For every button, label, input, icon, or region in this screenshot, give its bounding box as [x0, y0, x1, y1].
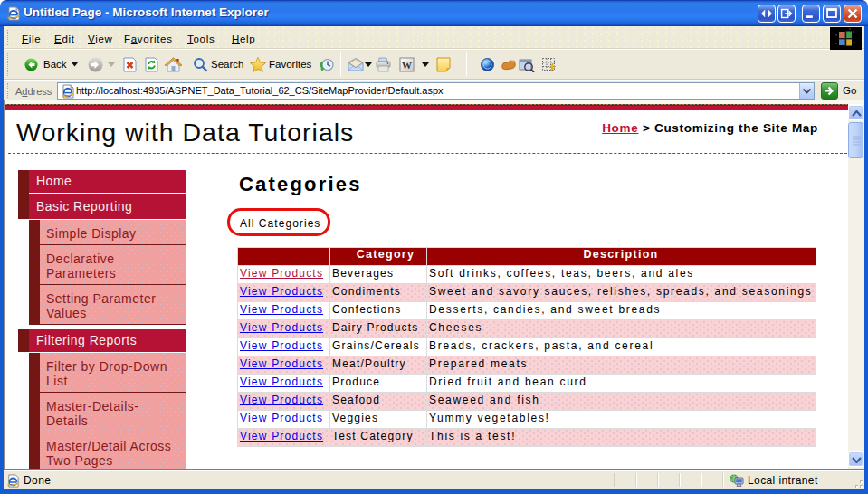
svg-text:W: W [402, 60, 412, 71]
